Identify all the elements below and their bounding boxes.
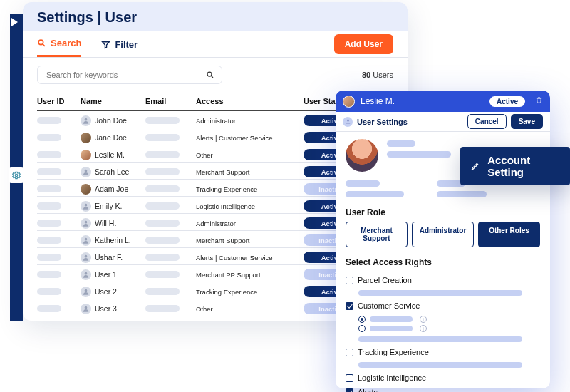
panel-user-name: Leslie M. bbox=[361, 96, 395, 106]
placeholder-pill bbox=[145, 117, 180, 124]
delete-user-button[interactable] bbox=[535, 95, 543, 108]
checkbox[interactable] bbox=[346, 277, 353, 284]
access-right-label: Logistic Intelligence bbox=[358, 373, 426, 382]
role-button[interactable]: Other Roles bbox=[478, 222, 540, 247]
placeholder-pill bbox=[37, 202, 61, 210]
placeholder-line bbox=[387, 151, 451, 158]
access-right-item[interactable]: Tracking Experience bbox=[346, 348, 540, 356]
cell-email bbox=[145, 117, 192, 124]
tab-filter[interactable]: Filter bbox=[101, 39, 138, 50]
access-right-item[interactable]: Parcel Creation bbox=[346, 276, 540, 284]
radio-option[interactable]: i bbox=[358, 325, 540, 332]
svg-point-8 bbox=[85, 254, 88, 257]
cell-access: Tracking Experience bbox=[196, 185, 299, 193]
placeholder-pill bbox=[37, 134, 61, 141]
user-name-label: Ushar F. bbox=[95, 253, 123, 262]
placeholder-pill bbox=[145, 271, 180, 278]
access-right-label: Tracking Experience bbox=[358, 348, 429, 356]
access-right-item[interactable]: Customer Service bbox=[346, 301, 540, 310]
placeholder-pill bbox=[37, 117, 61, 124]
placeholder-pill bbox=[145, 237, 180, 244]
role-button[interactable]: Merchant Support bbox=[346, 222, 408, 247]
user-name-label: User 3 bbox=[95, 304, 117, 313]
role-buttons-row: Merchant SupportAdministratorOther Roles bbox=[346, 222, 540, 247]
svg-point-1 bbox=[38, 40, 43, 45]
svg-point-2 bbox=[207, 72, 212, 76]
placeholder-pill bbox=[37, 185, 61, 192]
toolbar: Search Filter Add User bbox=[23, 31, 408, 58]
avatar bbox=[81, 287, 91, 297]
svg-point-11 bbox=[85, 306, 88, 309]
user-name-label: User 2 bbox=[95, 287, 117, 296]
cancel-button[interactable]: Cancel bbox=[467, 114, 507, 129]
user-name-label: Jane Doe bbox=[95, 133, 127, 142]
col-email: Email bbox=[145, 97, 192, 105]
placeholder-bar bbox=[358, 290, 522, 296]
cell-user-id bbox=[37, 134, 76, 141]
rail-settings-item[interactable] bbox=[9, 167, 24, 183]
info-icon[interactable]: i bbox=[420, 316, 427, 323]
placeholder-pill bbox=[37, 305, 61, 312]
info-icon[interactable]: i bbox=[420, 325, 427, 332]
filter-icon bbox=[101, 40, 110, 49]
profile-avatar[interactable] bbox=[346, 139, 378, 172]
account-setting-badge[interactable]: Account Setting bbox=[460, 147, 570, 185]
radio[interactable] bbox=[358, 316, 366, 323]
svg-point-7 bbox=[85, 237, 88, 240]
cell-access: Administrator bbox=[196, 220, 299, 227]
cell-name: Leslie M. bbox=[81, 150, 141, 160]
cell-name: User 3 bbox=[81, 304, 141, 314]
search-input[interactable] bbox=[45, 70, 202, 80]
access-rights-label: Select Access Rights bbox=[346, 257, 540, 267]
radio-option[interactable]: i bbox=[358, 316, 540, 323]
panel-avatar bbox=[343, 96, 355, 108]
add-user-button[interactable]: Add User bbox=[334, 34, 393, 54]
placeholder-bar bbox=[370, 326, 413, 331]
cell-email bbox=[145, 237, 192, 244]
placeholder-pill bbox=[37, 168, 61, 175]
user-name-label: Will H. bbox=[95, 219, 116, 227]
placeholder-pill bbox=[145, 151, 180, 158]
cell-name: Katherin L. bbox=[81, 235, 141, 246]
panel-header: Leslie M. Active bbox=[336, 91, 550, 112]
panel-status-pill[interactable]: Active bbox=[489, 96, 525, 107]
access-right-item[interactable]: Logistic Intelligence bbox=[346, 373, 540, 382]
search-icon bbox=[206, 71, 214, 79]
cell-email bbox=[145, 288, 192, 295]
placeholder-line bbox=[387, 140, 415, 147]
checkbox[interactable] bbox=[346, 388, 353, 393]
checkbox[interactable] bbox=[346, 374, 353, 382]
cell-name: Emily K. bbox=[81, 201, 141, 212]
user-name-label: John Doe bbox=[95, 116, 127, 125]
access-right-item[interactable]: Alerts bbox=[346, 388, 540, 392]
cell-access: Merchant Support bbox=[196, 168, 299, 176]
cell-user-id bbox=[37, 288, 76, 295]
placeholder-pill bbox=[145, 168, 180, 175]
user-icon-mini bbox=[343, 117, 353, 127]
placeholder-line bbox=[346, 191, 404, 197]
radio[interactable] bbox=[358, 325, 366, 332]
user-count-value: 80 bbox=[362, 71, 370, 79]
cell-name: Ushar F. bbox=[81, 252, 141, 263]
cell-name: Adam Joe bbox=[81, 184, 141, 195]
placeholder-pill bbox=[145, 288, 180, 295]
user-name-label: Katherin L. bbox=[95, 236, 131, 244]
tab-search-label: Search bbox=[51, 38, 81, 48]
avatar bbox=[81, 184, 91, 195]
tab-search[interactable]: Search bbox=[37, 31, 81, 57]
rail-logo-icon bbox=[11, 18, 18, 26]
placeholder-pill bbox=[145, 220, 180, 227]
svg-point-0 bbox=[15, 174, 18, 177]
save-button[interactable]: Save bbox=[511, 114, 543, 129]
avatar bbox=[81, 252, 91, 263]
cell-user-id bbox=[37, 305, 76, 312]
role-button[interactable]: Administrator bbox=[412, 222, 474, 247]
search-input-wrap[interactable] bbox=[37, 66, 222, 84]
placeholder-pill bbox=[145, 134, 180, 141]
cell-user-id bbox=[37, 237, 76, 244]
cell-user-id bbox=[37, 220, 76, 227]
cell-user-id bbox=[37, 151, 76, 158]
placeholder-line bbox=[346, 180, 380, 187]
checkbox[interactable] bbox=[346, 349, 353, 356]
checkbox[interactable] bbox=[346, 302, 353, 310]
